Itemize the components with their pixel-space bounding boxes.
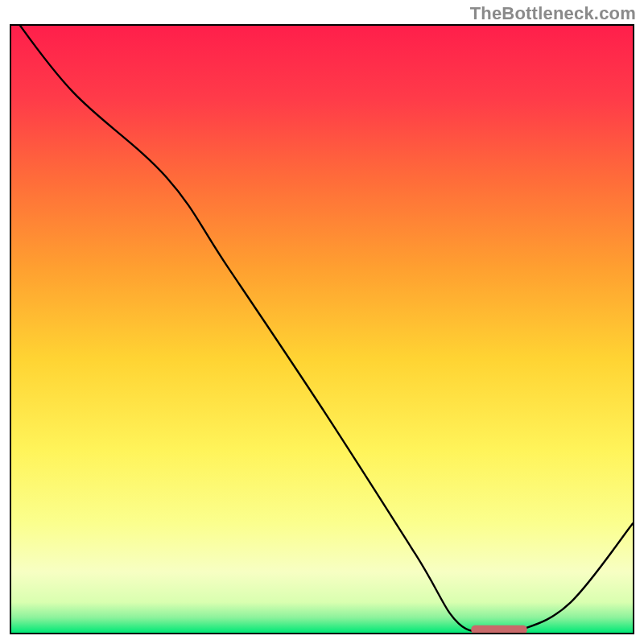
- chart-curve-layer: [11, 26, 633, 633]
- bottleneck-curve: [11, 26, 633, 632]
- plot-frame: [10, 24, 634, 634]
- watermark-text: TheBottleneck.com: [470, 3, 636, 24]
- minimum-marker: [471, 625, 526, 633]
- chart-container: TheBottleneck.com: [0, 0, 644, 644]
